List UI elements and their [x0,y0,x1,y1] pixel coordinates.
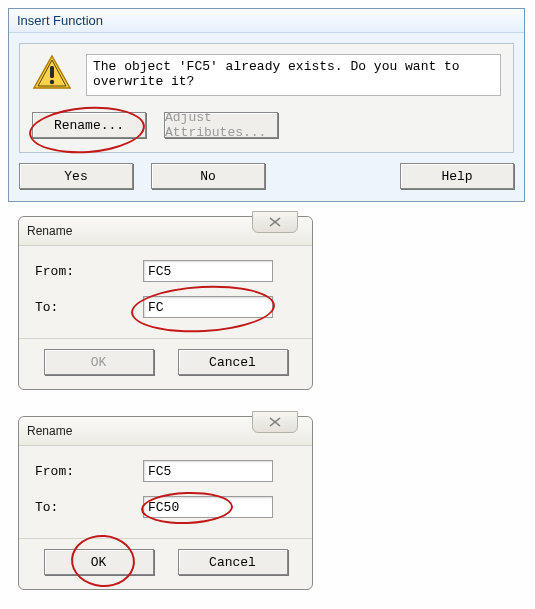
to-row: To: FC [35,296,296,318]
from-input[interactable]: FC5 [143,260,273,282]
from-row: From: FC5 [35,260,296,282]
dialog-title: Rename [27,224,72,238]
svg-point-3 [50,80,54,84]
yes-button[interactable]: Yes [19,163,133,189]
dialog-title: Rename [27,424,72,438]
warning-icon [32,54,72,95]
rename-button[interactable]: Rename... [32,112,146,138]
to-input[interactable]: FC [143,296,273,318]
cancel-button[interactable]: Cancel [178,549,288,575]
ok-button: OK [44,349,154,375]
help-button[interactable]: Help [400,163,514,189]
ok-button[interactable]: OK [44,549,154,575]
message-text: The object 'FC5' already exists. Do you … [86,54,501,96]
to-row: To: FC50 [35,496,296,518]
close-icon [268,417,282,427]
from-row: From: FC5 [35,460,296,482]
insert-function-dialog: Insert Function The object 'FC5' already… [8,8,525,202]
adjust-attributes-button: Adjust Attributes... [164,112,278,138]
close-button[interactable] [252,411,298,433]
from-label: From: [35,464,135,479]
to-label: To: [35,300,135,315]
to-label: To: [35,500,135,515]
from-label: From: [35,264,135,279]
close-icon [268,217,282,227]
svg-rect-2 [50,66,54,78]
no-button[interactable]: No [151,163,265,189]
to-input[interactable]: FC50 [143,496,273,518]
rename-dialog-1: Rename From: FC5 To: FC OK Cancel [18,216,313,390]
dialog-title: Insert Function [9,9,524,33]
rename-dialog-2: Rename From: FC5 To: FC50 OK Cancel [18,416,313,590]
close-button[interactable] [252,211,298,233]
dialog-body: The object 'FC5' already exists. Do you … [19,43,514,153]
cancel-button[interactable]: Cancel [178,349,288,375]
from-input[interactable]: FC5 [143,460,273,482]
